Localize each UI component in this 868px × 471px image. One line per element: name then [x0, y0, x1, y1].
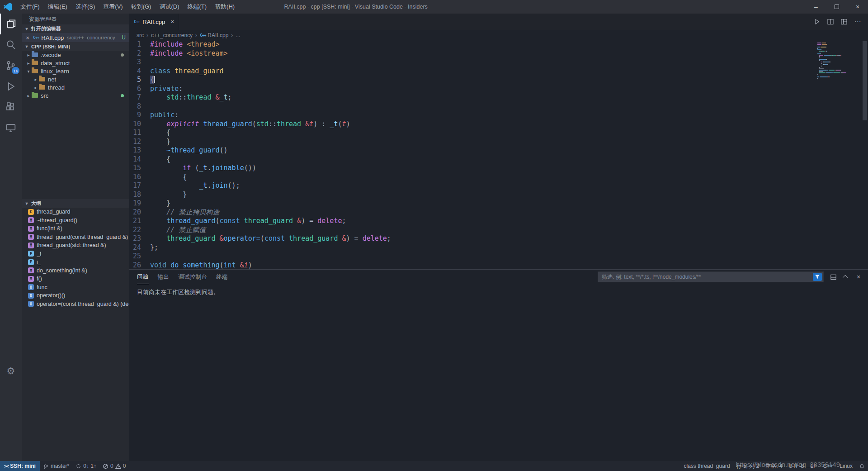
outline-item[interactable]: Mdo_something(int &)	[22, 266, 129, 275]
code-line[interactable]: 22 // 禁止赋值	[129, 226, 862, 235]
encoding-item[interactable]: UTF-8	[786, 461, 807, 471]
code-line[interactable]: 18 }	[129, 190, 862, 200]
code-line[interactable]: 20 // 禁止拷贝构造	[129, 208, 862, 217]
panel-tab[interactable]: 问题	[137, 270, 149, 284]
code-line[interactable]: 24};	[129, 243, 862, 252]
outline-item[interactable]: Ooperator=(const thread_guard &) (declar…	[22, 300, 129, 309]
code-line[interactable]: 25	[129, 252, 862, 261]
notifications-button[interactable]	[856, 461, 868, 471]
code-line[interactable]: 9public:	[129, 111, 862, 120]
panel-tab[interactable]: 输出	[158, 270, 170, 284]
filter-input[interactable]	[602, 274, 813, 280]
run-button[interactable]	[811, 16, 823, 28]
split-editor-button[interactable]	[825, 16, 836, 28]
maximize-button[interactable]	[826, 0, 847, 14]
open-editor-item[interactable]: × C++ RAII.cpp src/c++_concurrency U	[22, 33, 129, 42]
manage-button[interactable]: ⚙	[0, 361, 22, 381]
outline-item[interactable]: Mthread_guard(std::thread &)	[22, 241, 129, 250]
tree-item[interactable]: ▸src	[22, 91, 129, 100]
breadcrumb-item[interactable]: src	[137, 32, 144, 38]
minimize-button[interactable]: –	[806, 0, 826, 14]
filter-toggle-button[interactable]	[813, 273, 822, 281]
code-line[interactable]: 16 {	[129, 173, 862, 182]
tree-item[interactable]: ▸net	[22, 75, 129, 83]
code-line[interactable]: 15 if (_t.joinable())	[129, 164, 862, 173]
outline-item[interactable]: Ofunc	[22, 283, 129, 292]
workspace-header[interactable]: ▾ CPP [SSH: MINI]	[22, 42, 129, 51]
maximize-panel-button[interactable]	[841, 272, 851, 282]
tree-item[interactable]: ▸.vscode	[22, 51, 129, 59]
activity-remote-explorer-button[interactable]	[0, 118, 22, 138]
menu-item[interactable]: 调试(D)	[155, 0, 183, 14]
code-line[interactable]: 14 {	[129, 155, 862, 164]
minimap[interactable]	[817, 43, 862, 79]
code-area[interactable]: 1#include <thread>2#include <iostream>34…	[129, 40, 862, 269]
activity-explorer-button[interactable]	[0, 14, 22, 34]
symbol-context-item[interactable]: class thread_guard	[681, 461, 733, 471]
indentation-item[interactable]: 空格: 4	[762, 461, 785, 471]
language-mode-item[interactable]: C++	[820, 461, 837, 471]
outline-item[interactable]: Ooperator()()	[22, 291, 129, 300]
code-line[interactable]: 2#include <iostream>	[129, 49, 862, 58]
code-line[interactable]: 11 {	[129, 128, 862, 138]
breadcrumb-item[interactable]: c++_concurrency	[151, 32, 193, 38]
outline-item[interactable]: Mf()	[22, 275, 129, 283]
code-line[interactable]: 23 thread_guard &operator=(const thread_…	[129, 234, 862, 243]
breadcrumb-item[interactable]: ...	[236, 32, 240, 38]
tree-item[interactable]: ▾linux_learn	[22, 67, 129, 75]
outline-item[interactable]: Mthread_guard(const thread_guard &) (dec…	[22, 233, 129, 242]
code-line[interactable]: 5{	[129, 76, 862, 85]
panel-layout-button[interactable]	[828, 272, 838, 282]
tab-raii-cpp[interactable]: C++ RAII.cpp ×	[129, 14, 179, 30]
outline-item[interactable]: Fi_	[22, 258, 129, 266]
menu-item[interactable]: 编辑(E)	[44, 0, 71, 14]
activity-source-control-button[interactable]: 16	[0, 55, 22, 76]
git-branch-item[interactable]: master*	[40, 461, 72, 471]
activity-extensions-button[interactable]	[0, 97, 22, 118]
menu-item[interactable]: 查看(V)	[99, 0, 127, 14]
outline-item[interactable]: M~thread_guard()	[22, 216, 129, 225]
sync-item[interactable]: 0↓ 1↑	[72, 461, 99, 471]
close-panel-button[interactable]: ×	[854, 272, 863, 282]
code-line[interactable]: 7 std::thread &_t;	[129, 93, 862, 102]
editor-scrollbar[interactable]	[862, 40, 868, 269]
code-editor[interactable]: 1#include <thread>2#include <iostream>34…	[129, 40, 868, 269]
menu-item[interactable]: 转到(G)	[127, 0, 156, 14]
cursor-position-item[interactable]: 行 5, 列 2	[733, 461, 763, 471]
activity-run-debug-button[interactable]	[0, 76, 22, 97]
panel-tab[interactable]: 终端	[216, 270, 228, 284]
close-tab-icon[interactable]: ×	[170, 18, 174, 25]
close-window-button[interactable]: ×	[847, 0, 868, 14]
code-line[interactable]: 8	[129, 102, 862, 111]
menu-item[interactable]: 选择(S)	[71, 0, 99, 14]
outline-header[interactable]: ▾ 大纲	[22, 199, 129, 208]
remote-indicator[interactable]: >< SSH: mini	[0, 461, 40, 471]
menu-item[interactable]: 文件(F)	[16, 0, 44, 14]
breadcrumb-item[interactable]: C++RAII.cpp	[200, 32, 228, 38]
open-editors-header[interactable]: ▾ 打开的编辑器	[22, 24, 129, 33]
code-line[interactable]: 13 ~thread_guard()	[129, 146, 862, 155]
code-line[interactable]: 21 thread_guard(const thread_guard &) = …	[129, 217, 862, 226]
more-actions-button[interactable]: ⋯	[852, 16, 863, 28]
os-item[interactable]: Linux	[836, 461, 856, 471]
code-line[interactable]: 3	[129, 58, 862, 67]
code-line[interactable]: 12 }	[129, 138, 862, 147]
customize-layout-button[interactable]	[838, 16, 850, 28]
code-line[interactable]: 17 _t.join();	[129, 181, 862, 190]
menu-item[interactable]: 帮助(H)	[211, 0, 239, 14]
tree-item[interactable]: ▸thread	[22, 83, 129, 91]
outline-item[interactable]: F_t	[22, 250, 129, 258]
close-editor-icon[interactable]: ×	[24, 34, 31, 41]
code-line[interactable]: 26void do_something(int &i)	[129, 261, 862, 270]
code-line[interactable]: 4class thread_guard	[129, 67, 862, 76]
code-line[interactable]: 6private:	[129, 85, 862, 94]
code-line[interactable]: 19 }	[129, 199, 862, 208]
outline-item[interactable]: Cthread_guard	[22, 208, 129, 216]
panel-tab[interactable]: 调试控制台	[178, 270, 207, 284]
eol-item[interactable]: LF	[807, 461, 820, 471]
problems-item[interactable]: 0 0	[99, 461, 129, 471]
menu-item[interactable]: 终端(T)	[183, 0, 211, 14]
outline-item[interactable]: Mfunc(int &)	[22, 224, 129, 233]
code-line[interactable]: 10 explicit thread_guard(std::thread &t)…	[129, 120, 862, 129]
activity-search-button[interactable]	[0, 34, 22, 55]
